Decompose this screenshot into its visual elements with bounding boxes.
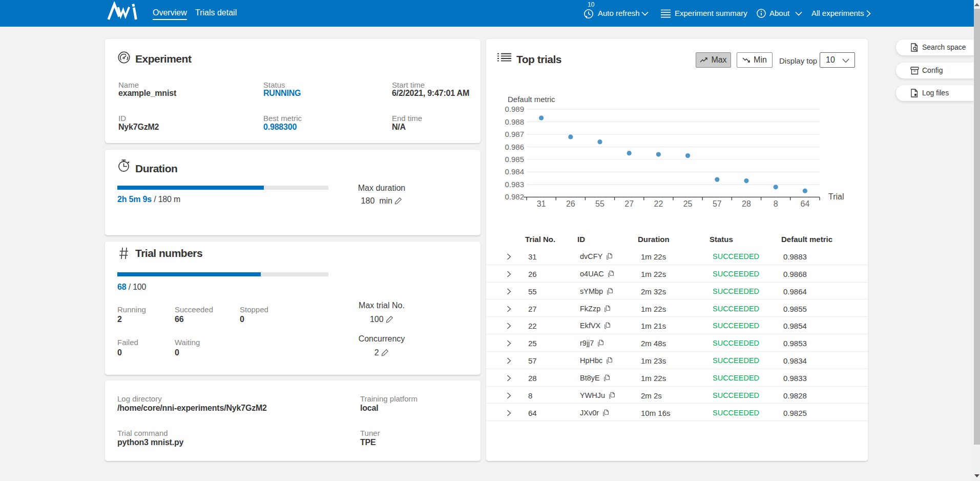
- svg-text:Trial: Trial: [828, 192, 844, 201]
- svg-text:25: 25: [683, 199, 693, 208]
- svg-text:26: 26: [566, 199, 575, 208]
- svg-text:28: 28: [742, 199, 751, 208]
- svg-text:0.984: 0.984: [505, 167, 524, 176]
- svg-text:27: 27: [624, 199, 634, 208]
- svg-text:0.983: 0.983: [505, 180, 524, 189]
- svg-text:0.987: 0.987: [505, 130, 524, 138]
- svg-text:55: 55: [595, 199, 604, 208]
- svg-text:0.986: 0.986: [505, 143, 524, 151]
- svg-text:8: 8: [774, 199, 778, 208]
- svg-text:64: 64: [801, 199, 810, 208]
- svg-text:0.982: 0.982: [505, 192, 524, 201]
- svg-text:57: 57: [713, 199, 722, 208]
- svg-text:0.985: 0.985: [505, 155, 524, 164]
- svg-text:0.989: 0.989: [505, 105, 524, 113]
- svg-text:0.988: 0.988: [505, 117, 524, 126]
- svg-text:22: 22: [654, 199, 663, 208]
- svg-text:31: 31: [537, 199, 546, 208]
